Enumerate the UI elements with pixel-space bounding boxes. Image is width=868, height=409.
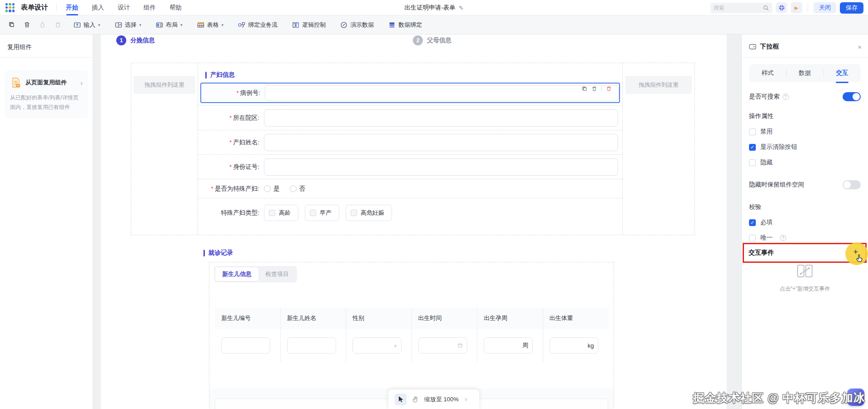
step-parents-info[interactable]: 2 父母信息 — [413, 35, 451, 45]
design-canvas: 1 分娩信息 2 父母信息 拖拽组件到这里 产妇信息 病例号: — [93, 34, 741, 409]
field-label: 是否为特殊产妇: — [198, 185, 264, 193]
search-icon — [763, 5, 769, 11]
gestational-weeks-input[interactable]: 周 — [484, 337, 533, 354]
tool-table-button[interactable]: 表格 ▾ — [193, 18, 228, 32]
tab-style[interactable]: 样式 — [749, 64, 786, 82]
copy-field-icon[interactable] — [581, 86, 587, 92]
field-row-maternal-name[interactable]: 产妇姓名: — [198, 130, 622, 155]
field-row-case-number[interactable]: 病例号: — [198, 81, 622, 106]
format-paint-icon[interactable] — [36, 19, 48, 31]
checkbox-high-risk[interactable]: 高危妊娠 — [346, 205, 392, 221]
panel-title: 下拉框 — [760, 43, 854, 51]
checkbox-label: 隐藏 — [760, 158, 773, 167]
checkbox-hidden[interactable]: 隐藏 — [742, 158, 868, 167]
delete-field-icon[interactable] — [591, 86, 597, 92]
birth-weight-input[interactable]: kg — [550, 337, 599, 354]
cell-text-input[interactable] — [488, 342, 521, 349]
radio-no[interactable]: 否 — [290, 185, 306, 193]
zoom-level-label[interactable]: 缩放至 100% — [424, 395, 459, 404]
tool-layout-button[interactable]: 布局 ▾ — [151, 18, 187, 32]
divider — [601, 86, 602, 92]
tab-data[interactable]: 数据 — [786, 64, 823, 82]
tool-data-bind-button[interactable]: 数据绑定 — [384, 18, 427, 32]
cell-text-input[interactable] — [554, 342, 586, 349]
menu-tab-component[interactable]: 组件 — [144, 0, 156, 15]
help-icon[interactable]: ? — [783, 94, 789, 100]
newborn-table: 新生儿编号 新生儿姓名 性别 出生时间 出生孕周 出生体重 — [215, 308, 609, 362]
save-button[interactable]: 保存 — [840, 2, 863, 14]
step-delivery-info[interactable]: 1 分娩信息 — [116, 35, 155, 45]
checkbox-required[interactable]: ✓ 必填 — [742, 218, 868, 227]
tool-label: 选择 — [125, 21, 137, 29]
case-number-input[interactable] — [265, 85, 619, 101]
menu-right-group: ▶ 关闭 保存 — [710, 0, 863, 15]
cell-text-input[interactable] — [226, 342, 266, 349]
copy-icon[interactable] — [5, 19, 17, 31]
gender-select[interactable]: ∨ — [352, 337, 402, 354]
field-row-hospital-campus[interactable]: 所在院区: — [198, 106, 622, 130]
collapse-button[interactable] — [776, 2, 787, 13]
reuse-from-page-card[interactable]: 从页面复用组件 › 从已配好的表单/列表/详情页面内，直接复用已有组件 — [5, 70, 88, 118]
delete-icon[interactable] — [21, 19, 33, 31]
tab-exam-items[interactable]: 检查项目 — [258, 267, 296, 281]
search-input[interactable] — [714, 5, 763, 11]
edit-title-icon[interactable]: ✎ — [459, 5, 464, 11]
tool-select-button[interactable]: 选择 ▾ — [110, 18, 146, 32]
pan-hand-button[interactable] — [412, 396, 419, 403]
tab-newborn-info[interactable]: 新生儿信息 — [215, 267, 258, 281]
column-header: 出生孕周 — [477, 308, 543, 329]
interaction-event-label: 交互事件 — [749, 249, 774, 257]
tool-logic-control-button[interactable]: 逻辑控制 — [288, 18, 330, 32]
search-box[interactable] — [710, 3, 772, 13]
checkbox-show-clear-button[interactable]: ✓ 显示清除按钮 — [742, 143, 868, 151]
newborn-name-input[interactable] — [287, 337, 336, 354]
menu-bar: 表单设计 开始 插入 设计 组件 帮助 出生证明申请-表单 ✎ ▶ 关闭 保存 — [0, 0, 868, 15]
cursor-tool-button[interactable] — [395, 394, 407, 405]
tool-bind-flow-button[interactable]: 绑定业务流 — [233, 18, 282, 32]
newborn-number-input[interactable] — [221, 337, 270, 354]
reuse-card-description: 从已配好的表单/列表/详情页面内，直接复用已有组件 — [10, 93, 83, 112]
field-row-special-maternity[interactable]: 是否为特殊产妇: 是 否 — [198, 179, 622, 198]
hospital-campus-input[interactable] — [264, 109, 618, 127]
tool-demo-data-button[interactable]: 演示数据 — [336, 18, 378, 32]
selected-field-wrapper[interactable]: 病例号: — [200, 83, 620, 103]
field-row-special-types[interactable]: 特殊产妇类型: 高龄 早产 高危妊娠 — [198, 198, 622, 227]
tab-interaction[interactable]: 交互 — [823, 64, 861, 82]
checkbox-advanced-age[interactable]: 高龄 — [264, 205, 298, 221]
searchable-toggle[interactable] — [843, 92, 861, 101]
checkbox-label: 必填 — [760, 218, 773, 227]
menu-tab-help[interactable]: 帮助 — [169, 0, 182, 15]
close-panel-icon[interactable]: × — [858, 43, 862, 51]
properties-panel: 下拉框 × 样式 数据 交互 是否可搜索 ? 操作属性 禁用 ✓ 显示清除按钮 … — [741, 34, 868, 409]
remove-field-icon[interactable] — [606, 86, 612, 92]
tool-input-button[interactable]: 输入 ▾ — [69, 18, 105, 32]
checkbox-icon — [269, 210, 275, 216]
radio-yes[interactable]: 是 — [264, 185, 280, 193]
checkbox-unique[interactable]: 唯一 ? — [742, 234, 868, 242]
preview-run-button[interactable]: ▶ — [791, 2, 802, 13]
menu-tab-insert[interactable]: 插入 — [92, 0, 104, 15]
divider — [742, 57, 868, 58]
close-button[interactable]: 关闭 — [813, 2, 836, 13]
table-header-row: 新生儿编号 新生儿姓名 性别 出生时间 出生孕周 出生体重 — [215, 308, 609, 329]
menu-tab-start[interactable]: 开始 — [66, 0, 78, 15]
id-number-input[interactable] — [264, 158, 618, 176]
birth-time-datepicker[interactable] — [418, 337, 467, 354]
menu-tab-design[interactable]: 设计 — [118, 0, 130, 15]
checkbox-premature[interactable]: 早产 — [305, 205, 339, 221]
chevron-down-icon[interactable]: ∨ — [464, 397, 467, 402]
field-row-id-number[interactable]: 身份证号: — [198, 155, 622, 179]
checkbox-icon — [749, 235, 756, 241]
panel-header: 下拉框 × — [742, 34, 868, 57]
left-dropzone[interactable]: 拖拽组件到这里 — [134, 76, 195, 94]
keep-space-label: 隐藏时保留组件空间 — [749, 181, 804, 189]
keep-space-toggle[interactable] — [843, 180, 861, 189]
maternal-name-input[interactable] — [264, 134, 618, 151]
help-icon[interactable]: ? — [780, 235, 786, 241]
checkbox-label: 唯一 — [760, 234, 773, 242]
right-dropzone[interactable]: 拖拽组件到这里 — [625, 76, 692, 94]
cell-date-input[interactable] — [423, 342, 456, 349]
cell-text-input[interactable] — [292, 342, 332, 349]
checkbox-disabled[interactable]: 禁用 — [742, 128, 868, 136]
clear-format-icon[interactable] — [52, 19, 64, 31]
